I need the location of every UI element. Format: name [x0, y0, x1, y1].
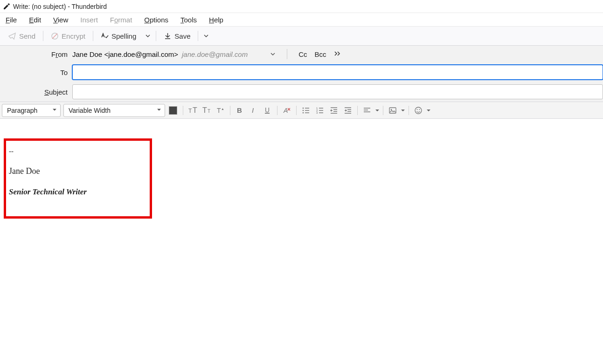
svg-rect-37 [389, 108, 396, 113]
main-toolbar: Send Encrypt Spelling Save [0, 26, 603, 46]
spelling-dropdown[interactable] [143, 29, 153, 43]
toolbar-separator [198, 31, 198, 41]
svg-text:B: B [237, 106, 242, 114]
outdent-button[interactable] [327, 104, 340, 117]
encrypt-button[interactable]: Encrypt [46, 29, 90, 43]
svg-text:T: T [208, 109, 210, 114]
svg-text:I: I [252, 106, 254, 114]
svg-point-14 [303, 107, 304, 109]
svg-point-16 [303, 112, 304, 113]
remove-formatting-button[interactable]: A [280, 104, 293, 117]
font-decrease-icon: TT [202, 106, 211, 115]
separator [287, 49, 287, 59]
menu-view[interactable]: View [51, 15, 70, 25]
from-identity-dropdown[interactable] [266, 52, 279, 56]
emoji-button[interactable] [412, 104, 425, 117]
insert-image-button[interactable] [386, 104, 399, 117]
indent-button[interactable] [341, 104, 354, 117]
svg-text:A: A [283, 107, 288, 114]
subject-label: Subject [0, 88, 72, 96]
underline-button[interactable]: U [261, 104, 274, 117]
outdent-icon [330, 106, 338, 115]
align-icon [363, 106, 371, 115]
svg-text:T: T [202, 106, 207, 114]
subject-input[interactable] [72, 84, 603, 99]
format-separator [357, 106, 358, 115]
signature-name: Jane Doe [9, 165, 146, 177]
bullet-list-icon [302, 106, 310, 115]
to-row: To [0, 62, 603, 82]
caret-down-icon [401, 109, 405, 112]
numbered-list-button[interactable]: 123 [313, 104, 326, 117]
menu-edit[interactable]: Edit [27, 15, 43, 25]
bullet-list-button[interactable] [299, 104, 312, 117]
svg-point-39 [415, 107, 422, 114]
format-separator [230, 106, 230, 115]
reset-font-size-button[interactable]: T▲ [214, 104, 227, 117]
underline-icon: U [263, 106, 272, 115]
from-value: Jane Doe <jane.doe@gmail.com> jane.doe@g… [72, 50, 248, 58]
menu-options[interactable]: Options [142, 15, 170, 25]
format-separator [296, 106, 297, 115]
italic-button[interactable]: I [247, 104, 260, 117]
menu-help[interactable]: Help [207, 15, 225, 25]
font-reset-icon: T▲ [216, 106, 225, 115]
save-icon [164, 32, 172, 40]
emoji-dropdown[interactable] [426, 109, 431, 112]
format-toolbar: Paragraph Variable Width TT TT T▲ B I U … [0, 102, 603, 119]
menu-format[interactable]: Format [108, 15, 134, 25]
to-input[interactable] [72, 65, 603, 80]
signature-block: -- Jane Doe Senior Technical Writer [4, 138, 152, 219]
bold-button[interactable]: B [233, 104, 246, 117]
menu-insert[interactable]: Insert [78, 15, 100, 25]
format-separator [183, 106, 183, 115]
from-row: From Jane Doe <jane.doe@gmail.com> jane.… [0, 46, 603, 62]
font-family-select[interactable]: Variable Width [63, 104, 165, 117]
svg-point-40 [417, 109, 418, 110]
font-increase-icon: TT [188, 106, 197, 115]
svg-text:T: T [217, 107, 221, 114]
message-body[interactable]: -- Jane Doe Senior Technical Writer [0, 119, 603, 259]
window-title: Write: (no subject) - Thunderbird [13, 3, 107, 10]
save-dropdown[interactable] [201, 29, 211, 43]
toolbar-separator [43, 31, 43, 41]
spelling-icon [101, 32, 109, 40]
format-separator [409, 106, 409, 115]
svg-text:T: T [193, 106, 197, 114]
menu-tools[interactable]: Tools [179, 15, 199, 25]
align-button[interactable] [360, 104, 374, 117]
emoji-icon [414, 106, 423, 115]
signature-role: Senior Technical Writer [9, 186, 146, 198]
bcc-button[interactable]: Bcc [311, 48, 330, 60]
more-recipients-button[interactable] [330, 48, 345, 60]
chevron-down-icon [146, 34, 150, 38]
caret-down-icon [375, 109, 379, 112]
subject-row: Subject [0, 82, 603, 102]
image-icon [388, 106, 397, 115]
indent-icon [344, 106, 352, 115]
compose-icon [3, 3, 10, 10]
from-account: jane.doe@gmail.com [182, 50, 248, 58]
save-button[interactable]: Save [159, 29, 195, 43]
paragraph-style-select[interactable]: Paragraph [2, 104, 61, 117]
decrease-font-size-button[interactable]: TT [200, 104, 213, 117]
send-button[interactable]: Send [4, 29, 40, 43]
caret-down-icon [427, 109, 430, 112]
encrypt-icon [51, 32, 59, 40]
spelling-button[interactable]: Spelling [96, 29, 141, 43]
cc-button[interactable]: Cc [295, 48, 311, 60]
from-label: From [0, 50, 72, 58]
align-dropdown[interactable] [374, 109, 380, 112]
text-color-button[interactable] [169, 106, 177, 115]
chevron-down-icon [204, 34, 208, 38]
svg-text:3: 3 [316, 111, 318, 114]
format-separator [277, 106, 277, 115]
svg-point-15 [303, 110, 304, 111]
remove-format-icon: A [283, 106, 291, 115]
to-label: To [0, 69, 72, 76]
svg-text:T: T [188, 108, 192, 114]
increase-font-size-button[interactable]: TT [186, 104, 199, 117]
menu-file[interactable]: File [4, 15, 19, 25]
insert-image-dropdown[interactable] [400, 109, 406, 112]
number-list-icon: 123 [316, 106, 324, 115]
